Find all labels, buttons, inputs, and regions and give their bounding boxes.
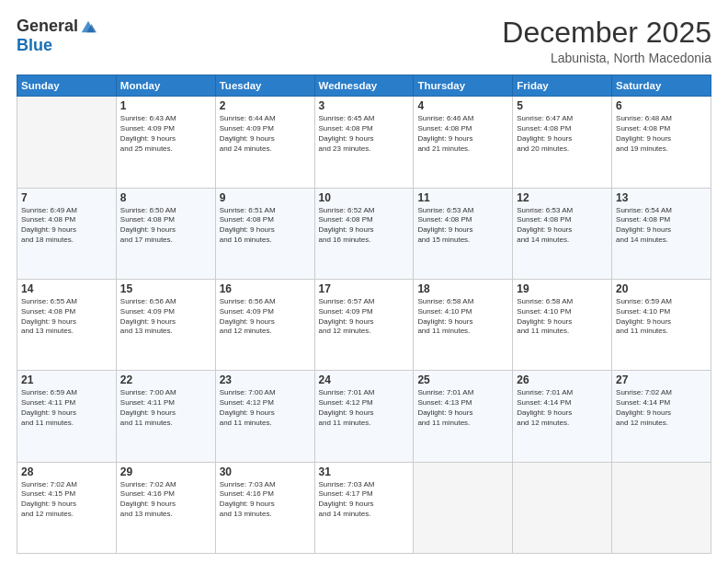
day-info: Sunrise: 7:02 AM Sunset: 4:15 PM Dayligh… [21, 480, 112, 520]
calendar-cell-w3-d7: 20Sunrise: 6:59 AM Sunset: 4:10 PM Dayli… [612, 279, 711, 370]
calendar-cell-w2-d7: 13Sunrise: 6:54 AM Sunset: 4:08 PM Dayli… [612, 188, 711, 279]
calendar-cell-w2-d6: 12Sunrise: 6:53 AM Sunset: 4:08 PM Dayli… [513, 188, 612, 279]
logo-general-text: General [17, 17, 78, 36]
day-info: Sunrise: 6:59 AM Sunset: 4:10 PM Dayligh… [616, 297, 707, 337]
day-number: 24 [319, 373, 410, 386]
day-number: 22 [120, 373, 211, 386]
day-number: 18 [417, 282, 508, 295]
main-title: December 2025 [502, 17, 711, 49]
day-info: Sunrise: 6:56 AM Sunset: 4:09 PM Dayligh… [120, 297, 211, 337]
day-number: 25 [417, 373, 508, 386]
calendar-cell-w3-d5: 18Sunrise: 6:58 AM Sunset: 4:10 PM Dayli… [414, 279, 513, 370]
calendar-cell-w3-d4: 17Sunrise: 6:57 AM Sunset: 4:09 PM Dayli… [314, 279, 414, 370]
day-number: 5 [517, 99, 608, 112]
header-saturday: Saturday [612, 75, 711, 97]
day-number: 27 [616, 373, 707, 386]
header-tuesday: Tuesday [215, 75, 314, 97]
day-number: 14 [21, 282, 112, 295]
subtitle: Labunista, North Macedonia [502, 51, 711, 65]
calendar-cell-w4-d1: 21Sunrise: 6:59 AM Sunset: 4:11 PM Dayli… [17, 371, 117, 462]
logo: General Blue [17, 17, 97, 55]
calendar-cell-w4-d7: 27Sunrise: 7:02 AM Sunset: 4:14 PM Dayli… [612, 371, 711, 462]
day-number: 29 [120, 465, 211, 478]
calendar-cell-w1-d6: 5Sunrise: 6:47 AM Sunset: 4:08 PM Daylig… [513, 97, 612, 188]
day-number: 19 [517, 282, 608, 295]
calendar-cell-w3-d6: 19Sunrise: 6:58 AM Sunset: 4:10 PM Dayli… [513, 279, 612, 370]
day-info: Sunrise: 6:49 AM Sunset: 4:08 PM Dayligh… [21, 206, 112, 246]
day-info: Sunrise: 6:54 AM Sunset: 4:08 PM Dayligh… [616, 206, 707, 246]
calendar-cell-w4-d5: 25Sunrise: 7:01 AM Sunset: 4:13 PM Dayli… [414, 371, 513, 462]
day-number: 23 [220, 373, 311, 386]
day-number: 9 [220, 191, 311, 204]
day-number: 28 [21, 465, 112, 478]
day-info: Sunrise: 7:00 AM Sunset: 4:12 PM Dayligh… [220, 388, 311, 428]
week-row-2: 7Sunrise: 6:49 AM Sunset: 4:08 PM Daylig… [17, 188, 711, 279]
day-info: Sunrise: 7:01 AM Sunset: 4:14 PM Dayligh… [517, 388, 608, 428]
header-monday: Monday [116, 75, 215, 97]
calendar-cell-w1-d3: 2Sunrise: 6:44 AM Sunset: 4:09 PM Daylig… [215, 97, 314, 188]
calendar-cell-w2-d4: 10Sunrise: 6:52 AM Sunset: 4:08 PM Dayli… [314, 188, 414, 279]
day-info: Sunrise: 7:03 AM Sunset: 4:17 PM Dayligh… [319, 480, 410, 520]
day-info: Sunrise: 6:44 AM Sunset: 4:09 PM Dayligh… [220, 114, 311, 154]
calendar-cell-w4-d3: 23Sunrise: 7:00 AM Sunset: 4:12 PM Dayli… [215, 371, 314, 462]
calendar-cell-w2-d5: 11Sunrise: 6:53 AM Sunset: 4:08 PM Dayli… [414, 188, 513, 279]
calendar-cell-w1-d4: 3Sunrise: 6:45 AM Sunset: 4:08 PM Daylig… [314, 97, 414, 188]
calendar-cell-w5-d6 [513, 462, 612, 553]
day-info: Sunrise: 6:57 AM Sunset: 4:09 PM Dayligh… [319, 297, 410, 337]
calendar-cell-w3-d3: 16Sunrise: 6:56 AM Sunset: 4:09 PM Dayli… [215, 279, 314, 370]
day-info: Sunrise: 7:03 AM Sunset: 4:16 PM Dayligh… [220, 480, 311, 520]
day-info: Sunrise: 6:53 AM Sunset: 4:08 PM Dayligh… [517, 206, 608, 246]
day-info: Sunrise: 6:53 AM Sunset: 4:08 PM Dayligh… [417, 206, 508, 246]
day-info: Sunrise: 6:56 AM Sunset: 4:09 PM Dayligh… [220, 297, 311, 337]
day-number: 7 [21, 191, 112, 204]
title-block: December 2025 Labunista, North Macedonia [502, 17, 711, 65]
calendar-cell-w5-d3: 30Sunrise: 7:03 AM Sunset: 4:16 PM Dayli… [215, 462, 314, 553]
day-info: Sunrise: 7:01 AM Sunset: 4:13 PM Dayligh… [417, 388, 508, 428]
calendar-cell-w5-d2: 29Sunrise: 7:02 AM Sunset: 4:16 PM Dayli… [116, 462, 215, 553]
day-info: Sunrise: 6:58 AM Sunset: 4:10 PM Dayligh… [417, 297, 508, 337]
header-wednesday: Wednesday [314, 75, 414, 97]
day-number: 26 [517, 373, 608, 386]
week-row-3: 14Sunrise: 6:55 AM Sunset: 4:08 PM Dayli… [17, 279, 711, 370]
calendar-cell-w1-d5: 4Sunrise: 6:46 AM Sunset: 4:08 PM Daylig… [414, 97, 513, 188]
day-info: Sunrise: 7:00 AM Sunset: 4:11 PM Dayligh… [120, 388, 211, 428]
header: General Blue December 2025 Labunista, No… [17, 17, 711, 65]
calendar-cell-w4-d2: 22Sunrise: 7:00 AM Sunset: 4:11 PM Dayli… [116, 371, 215, 462]
day-info: Sunrise: 6:46 AM Sunset: 4:08 PM Dayligh… [417, 114, 508, 154]
day-info: Sunrise: 6:55 AM Sunset: 4:08 PM Dayligh… [21, 297, 112, 337]
calendar-cell-w4-d6: 26Sunrise: 7:01 AM Sunset: 4:14 PM Dayli… [513, 371, 612, 462]
day-info: Sunrise: 7:01 AM Sunset: 4:12 PM Dayligh… [319, 388, 410, 428]
day-number: 30 [220, 465, 311, 478]
day-info: Sunrise: 6:50 AM Sunset: 4:08 PM Dayligh… [120, 206, 211, 246]
week-row-1: 1Sunrise: 6:43 AM Sunset: 4:09 PM Daylig… [17, 97, 711, 188]
day-number: 11 [417, 191, 508, 204]
day-info: Sunrise: 7:02 AM Sunset: 4:14 PM Dayligh… [616, 388, 707, 428]
day-info: Sunrise: 6:59 AM Sunset: 4:11 PM Dayligh… [21, 388, 112, 428]
day-info: Sunrise: 6:58 AM Sunset: 4:10 PM Dayligh… [517, 297, 608, 337]
calendar-cell-w1-d1 [17, 97, 117, 188]
day-number: 8 [120, 191, 211, 204]
calendar-cell-w2-d1: 7Sunrise: 6:49 AM Sunset: 4:08 PM Daylig… [17, 188, 117, 279]
day-number: 21 [21, 373, 112, 386]
day-number: 16 [220, 282, 311, 295]
day-number: 17 [319, 282, 410, 295]
day-info: Sunrise: 6:51 AM Sunset: 4:08 PM Dayligh… [220, 206, 311, 246]
calendar-table: Sunday Monday Tuesday Wednesday Thursday… [17, 75, 711, 554]
day-info: Sunrise: 7:02 AM Sunset: 4:16 PM Dayligh… [120, 480, 211, 520]
day-info: Sunrise: 6:45 AM Sunset: 4:08 PM Dayligh… [319, 114, 410, 154]
day-number: 20 [616, 282, 707, 295]
calendar-cell-w5-d7 [612, 462, 711, 553]
logo-icon [80, 18, 97, 35]
week-row-5: 28Sunrise: 7:02 AM Sunset: 4:15 PM Dayli… [17, 462, 711, 553]
day-number: 4 [417, 99, 508, 112]
week-row-4: 21Sunrise: 6:59 AM Sunset: 4:11 PM Dayli… [17, 371, 711, 462]
logo-blue-text: Blue [17, 36, 52, 54]
day-number: 13 [616, 191, 707, 204]
calendar-cell-w4-d4: 24Sunrise: 7:01 AM Sunset: 4:12 PM Dayli… [314, 371, 414, 462]
weekday-header-row: Sunday Monday Tuesday Wednesday Thursday… [17, 75, 711, 97]
day-info: Sunrise: 6:52 AM Sunset: 4:08 PM Dayligh… [319, 206, 410, 246]
header-sunday: Sunday [17, 75, 117, 97]
calendar-cell-w2-d2: 8Sunrise: 6:50 AM Sunset: 4:08 PM Daylig… [116, 188, 215, 279]
calendar-cell-w3-d1: 14Sunrise: 6:55 AM Sunset: 4:08 PM Dayli… [17, 279, 117, 370]
day-info: Sunrise: 6:48 AM Sunset: 4:08 PM Dayligh… [616, 114, 707, 154]
